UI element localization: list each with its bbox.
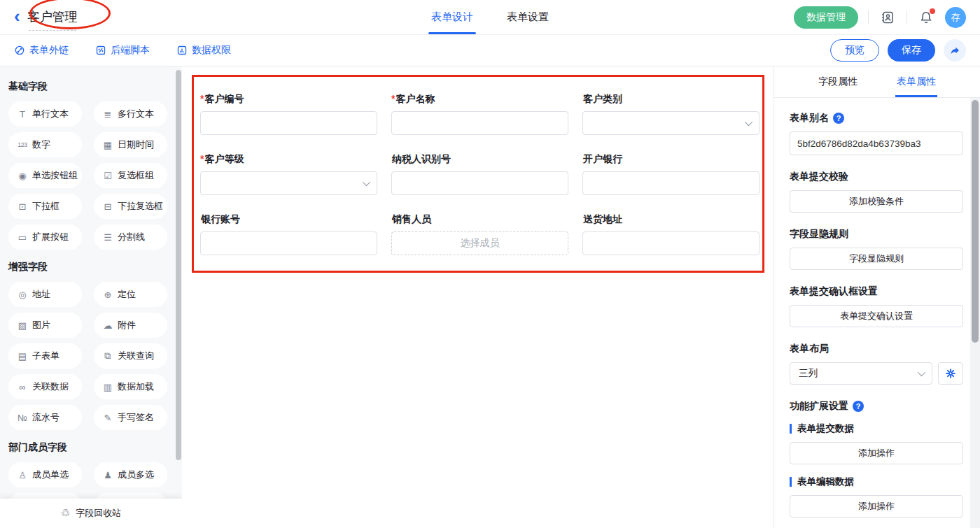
form-field-customer-code[interactable]: *客户编号	[200, 93, 377, 135]
field-item-checkbox-group[interactable]: ☑复选框组	[94, 163, 167, 188]
field-item-extend-button[interactable]: ▭扩展按钮	[8, 224, 82, 250]
field-item-multi-line-text[interactable]: ≣多行文本	[94, 101, 167, 127]
customer-name-input[interactable]	[391, 111, 568, 135]
form-field-customer-name[interactable]: *客户名称	[391, 93, 568, 135]
field-palette-sidebar: 基础字段 T单行文本 ≣多行文本 123数字 ▦日期时间 ◉单选按钮组 ☑复选框…	[0, 66, 182, 528]
form-canvas[interactable]: *客户编号 *客户名称 客户类别 *客户等级 纳税人识别号	[182, 66, 774, 528]
group-submit-confirm: 表单提交确认框设置 表单提交确认设置	[790, 285, 963, 327]
recycle-icon: ♲	[61, 507, 70, 520]
preview-button[interactable]: 预览	[830, 39, 879, 62]
bank-account-input[interactable]	[200, 231, 377, 255]
form-alias-input[interactable]	[790, 131, 963, 155]
form-field-customer-category[interactable]: 客户类别	[582, 93, 760, 135]
toolbar-link-label: 后端脚本	[111, 44, 150, 57]
field-item-related-query[interactable]: ⧉关联查询	[94, 343, 167, 369]
field-item-single-line-text[interactable]: T单行文本	[8, 101, 82, 127]
field-item-label: 流水号	[32, 411, 59, 424]
field-item-locate[interactable]: ⊕定位	[94, 282, 167, 307]
share-arrow-icon[interactable]	[944, 39, 966, 62]
field-item-member-multi[interactable]: ♟成员多选	[94, 462, 167, 487]
tab-field-properties[interactable]: 字段属性	[818, 66, 858, 97]
submit-confirm-settings-button[interactable]: 表单提交确认设置	[790, 305, 963, 327]
properties-tabs: 字段属性 表单属性	[774, 66, 980, 98]
field-item-label: 子表单	[32, 350, 59, 362]
field-item-related-data[interactable]: ∞关联数据	[8, 374, 82, 399]
field-item-image[interactable]: ▧图片	[8, 313, 82, 338]
field-item-address[interactable]: ◎地址	[8, 282, 82, 307]
add-submit-action-button[interactable]: 添加操作	[790, 442, 963, 464]
field-item-radio-group[interactable]: ◉单选按钮组	[8, 163, 82, 188]
help-icon[interactable]: ?	[833, 113, 844, 124]
help-icon[interactable]: ?	[853, 401, 864, 412]
number-icon: 123	[17, 141, 28, 148]
customer-code-input[interactable]	[200, 111, 377, 135]
field-item-datetime[interactable]: ▦日期时间	[94, 132, 167, 157]
field-item-label: 地址	[32, 288, 50, 301]
locate-icon: ⊕	[102, 290, 113, 300]
select-box-icon: ⊡	[17, 201, 28, 212]
avatar[interactable]: 存	[945, 7, 966, 28]
field-item-subform[interactable]: ▤子表单	[8, 343, 82, 369]
form-external-link[interactable]: 表单外链	[14, 44, 69, 57]
submit-validation-label: 表单提交校验	[790, 171, 848, 183]
field-item-label: 复选框组	[118, 169, 154, 182]
field-item-data-load[interactable]: ▥数据加载	[94, 374, 167, 399]
delivery-address-input[interactable]	[582, 231, 760, 255]
field-item-label: 单选按钮组	[32, 169, 78, 182]
back-chevron-icon[interactable]: ‹	[14, 7, 20, 25]
field-item-label: 定位	[118, 288, 136, 301]
field-visibility-rules-button[interactable]: 字段显隐规则	[790, 248, 963, 270]
field-item-select-box[interactable]: ⊡下拉框	[8, 194, 82, 219]
backend-script[interactable]: 后端脚本	[95, 44, 150, 57]
customer-level-select[interactable]	[200, 171, 377, 195]
field-item-label: 成员多选	[118, 469, 154, 481]
section-title-basic-fields: 基础字段	[8, 80, 182, 93]
data-manage-button[interactable]: 数据管理	[794, 6, 858, 29]
add-edit-action-button[interactable]: 添加操作	[790, 495, 963, 518]
layout-settings-gear-icon[interactable]	[938, 362, 963, 385]
select-member-button[interactable]: 选择成员	[391, 231, 568, 255]
form-field-customer-level[interactable]: *客户等级	[200, 153, 377, 195]
field-recycle-bin[interactable]: ♲ 字段回收站	[0, 499, 182, 528]
edit-data-label: 表单编辑数据	[797, 476, 854, 488]
customer-category-select[interactable]	[582, 111, 760, 135]
form-field-delivery-address[interactable]: 送货地址	[582, 213, 760, 255]
notification-bell-icon[interactable]	[917, 8, 935, 27]
page-title[interactable]: 客户管理	[27, 8, 78, 27]
data-permission[interactable]: 数据权限	[176, 44, 231, 57]
field-item-multi-select-box[interactable]: ⊟下拉复选框	[94, 194, 167, 219]
field-label: *客户名称	[391, 93, 568, 106]
field-label: *客户编号	[200, 93, 377, 106]
signature-icon: ✎	[102, 413, 113, 423]
radio-group-icon: ◉	[17, 171, 28, 181]
related-data-icon: ∞	[17, 382, 28, 392]
field-item-serial-number[interactable]: №流水号	[8, 405, 82, 430]
taxpayer-id-input[interactable]	[391, 171, 568, 195]
save-button[interactable]: 保存	[888, 39, 935, 62]
field-item-divider-line[interactable]: ☰分割线	[94, 224, 167, 250]
field-label: 客户类别	[582, 93, 760, 106]
form-layout-select[interactable]: 三列	[790, 362, 932, 385]
tab-form-properties[interactable]: 表单属性	[897, 66, 936, 97]
backend-script-icon	[95, 45, 106, 56]
field-item-attachment[interactable]: ☁附件	[94, 313, 167, 338]
data-load-icon: ▥	[102, 382, 113, 392]
form-field-bank-name[interactable]: 开户银行	[582, 153, 760, 195]
sidebar-scrollbar-thumb[interactable]	[176, 70, 181, 460]
panel-scrollbar-thumb[interactable]	[972, 100, 979, 343]
field-item-label: 数据加载	[118, 380, 154, 393]
panel-scrollbar-track[interactable]	[970, 98, 980, 528]
notification-red-dot	[930, 8, 935, 14]
address-book-icon[interactable]	[878, 8, 897, 27]
tab-form-settings[interactable]: 表单设置	[507, 0, 549, 34]
bank-name-input[interactable]	[582, 171, 760, 195]
field-item-member-single[interactable]: ♙成员单选	[8, 462, 82, 487]
add-validation-button[interactable]: 添加校验条件	[790, 190, 963, 213]
field-item-label: 成员单选	[32, 469, 69, 481]
tab-form-design[interactable]: 表单设计	[431, 0, 473, 34]
form-field-bank-account[interactable]: 银行账号	[200, 213, 377, 255]
form-field-sales-person[interactable]: 销售人员 选择成员	[391, 213, 568, 255]
field-item-signature[interactable]: ✎手写签名	[94, 405, 167, 430]
field-item-number[interactable]: 123数字	[8, 132, 82, 157]
form-field-taxpayer-id[interactable]: 纳税人识别号	[391, 153, 568, 195]
